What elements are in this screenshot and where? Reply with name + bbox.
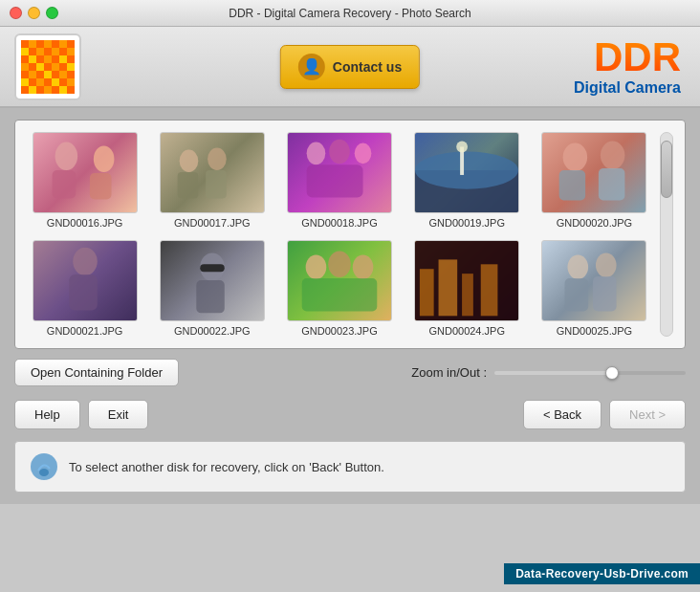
- photo-filename: GND00016.JPG: [47, 217, 122, 229]
- photo-item[interactable]: GND00020.JPG: [536, 132, 652, 229]
- svg-point-63: [415, 151, 518, 188]
- svg-rect-42: [67, 78, 75, 86]
- svg-rect-87: [565, 278, 589, 311]
- photo-thumbnail[interactable]: [287, 132, 392, 213]
- photo-thumbnail[interactable]: [541, 240, 646, 321]
- photo-filename: GND00023.JPG: [301, 325, 377, 337]
- svg-point-59: [329, 140, 350, 164]
- svg-point-67: [601, 142, 625, 169]
- photo-item[interactable]: GND00021.JPG: [27, 240, 142, 337]
- open-folder-label: Open Containing Folder: [31, 365, 163, 380]
- next-button[interactable]: Next >: [609, 400, 686, 429]
- exit-button[interactable]: Exit: [88, 400, 149, 429]
- svg-rect-15: [21, 55, 29, 63]
- svg-rect-74: [200, 264, 225, 272]
- photo-thumbnail[interactable]: [160, 240, 265, 321]
- svg-rect-4: [44, 40, 52, 48]
- window-controls[interactable]: [10, 7, 58, 19]
- main-content: GND00016.JPG GND00017.JPG GND00018.JPG G…: [0, 108, 700, 504]
- photo-item[interactable]: GND00023.JPG: [281, 240, 397, 337]
- photo-item[interactable]: GND00018.JPG: [281, 132, 397, 229]
- svg-rect-16: [29, 55, 36, 63]
- svg-rect-33: [52, 71, 59, 78]
- svg-rect-32: [44, 71, 52, 78]
- zoom-label: Zoom in/Out :: [411, 365, 487, 380]
- close-button[interactable]: [10, 7, 22, 19]
- svg-rect-36: [21, 78, 29, 86]
- zoom-slider[interactable]: [494, 371, 686, 375]
- svg-point-85: [568, 255, 589, 280]
- svg-rect-44: [29, 86, 36, 94]
- svg-rect-57: [206, 170, 227, 198]
- brand-title: DDR: [574, 37, 681, 77]
- svg-point-54: [179, 149, 198, 172]
- window-title: DDR - Digital Camera Recovery - Photo Se…: [229, 7, 470, 20]
- photo-filename: GND00021.JPG: [47, 325, 122, 337]
- photo-item[interactable]: GND00019.JPG: [409, 132, 525, 229]
- photo-thumbnail[interactable]: [33, 240, 138, 321]
- svg-rect-28: [67, 63, 75, 71]
- svg-rect-43: [21, 86, 29, 94]
- svg-rect-10: [36, 48, 44, 55]
- svg-rect-3: [36, 40, 44, 48]
- svg-rect-6: [59, 40, 67, 48]
- svg-rect-13: [59, 48, 67, 55]
- svg-point-77: [328, 252, 351, 277]
- svg-rect-49: [67, 86, 75, 94]
- svg-rect-7: [67, 40, 75, 48]
- back-next-group: < Back Next >: [523, 400, 686, 429]
- svg-rect-23: [29, 63, 36, 71]
- svg-rect-69: [599, 168, 624, 200]
- watermark: Data-Recovery-Usb-Drive.com: [504, 563, 700, 584]
- svg-rect-39: [44, 78, 52, 86]
- svg-rect-11: [44, 48, 52, 55]
- svg-rect-9: [29, 48, 36, 55]
- photo-filename: GND00025.JPG: [557, 325, 632, 337]
- photo-filename: GND00020.JPG: [557, 217, 632, 229]
- minimize-button[interactable]: [28, 7, 40, 19]
- svg-rect-41: [59, 78, 67, 86]
- controls-row: Open Containing Folder Zoom in/Out :: [14, 357, 686, 388]
- photo-thumbnail[interactable]: [287, 240, 392, 321]
- photo-item[interactable]: GND00017.JPG: [154, 132, 270, 229]
- scrollbar-thumb[interactable]: [661, 141, 672, 198]
- svg-rect-34: [59, 71, 67, 78]
- photo-thumbnail[interactable]: [541, 132, 646, 213]
- logo-icon: [19, 38, 77, 96]
- svg-rect-8: [21, 48, 29, 55]
- photo-item[interactable]: GND00025.JPG: [536, 240, 652, 337]
- help-label: Help: [34, 407, 60, 422]
- svg-rect-84: [481, 264, 498, 316]
- svg-rect-75: [196, 280, 224, 313]
- photo-item[interactable]: GND00024.JPG: [409, 240, 525, 337]
- photo-item[interactable]: GND00022.JPG: [154, 240, 270, 337]
- scrollbar-track[interactable]: [660, 132, 673, 337]
- svg-rect-17: [36, 55, 44, 63]
- open-folder-button[interactable]: Open Containing Folder: [14, 359, 179, 386]
- svg-rect-2: [29, 40, 36, 48]
- svg-rect-27: [59, 63, 67, 71]
- photo-thumbnail[interactable]: [414, 240, 519, 321]
- svg-rect-38: [36, 78, 44, 86]
- svg-rect-21: [67, 55, 75, 63]
- zoom-control: Zoom in/Out :: [411, 365, 686, 380]
- photo-filename: GND00018.JPG: [301, 217, 377, 229]
- svg-rect-22: [21, 63, 29, 71]
- svg-rect-56: [177, 172, 198, 198]
- svg-rect-19: [52, 55, 59, 63]
- help-button[interactable]: Help: [14, 400, 80, 429]
- svg-rect-14: [67, 48, 75, 55]
- photo-thumbnail[interactable]: [414, 132, 519, 213]
- back-button[interactable]: < Back: [523, 400, 602, 429]
- svg-rect-20: [59, 55, 67, 63]
- svg-point-90: [39, 469, 49, 476]
- zoom-thumb[interactable]: [605, 366, 619, 380]
- svg-point-60: [355, 143, 372, 164]
- photo-thumbnail[interactable]: [160, 132, 265, 213]
- photo-item[interactable]: GND00016.JPG: [27, 132, 142, 229]
- svg-rect-40: [52, 78, 59, 86]
- contact-button[interactable]: 👤 Contact us: [280, 45, 420, 89]
- maximize-button[interactable]: [46, 7, 58, 19]
- svg-rect-48: [59, 86, 67, 94]
- photo-thumbnail[interactable]: [33, 132, 138, 213]
